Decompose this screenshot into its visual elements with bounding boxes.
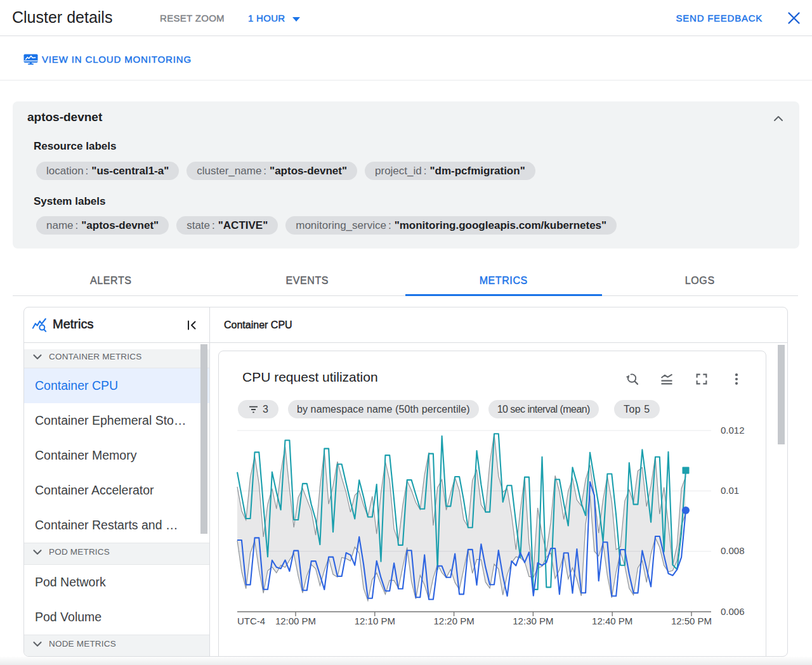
metrics-section-header[interactable]: POD METRICS — [24, 543, 209, 565]
axis-label: UTC-4 — [237, 616, 265, 626]
reset-zoom-button[interactable]: RESET ZOOM — [160, 13, 225, 23]
cluster-details-dialog: Cluster details RESET ZOOM 1 HOUR SEND F… — [0, 0, 812, 665]
metric-item[interactable]: Container Ephemeral Sto… — [24, 403, 209, 438]
view-in-cloud-monitoring-label: VIEW IN CLOUD MONITORING — [42, 54, 192, 65]
metric-item[interactable]: Container Accelerator — [24, 473, 209, 508]
close-icon[interactable] — [787, 11, 801, 25]
metrics-sidebar: Metrics CONTAINER METRICSContainer CPUCo… — [24, 307, 210, 656]
metrics-panels: Metrics CONTAINER METRICSContainer CPUCo… — [23, 307, 788, 657]
filter-count-chip[interactable]: 3 — [238, 400, 278, 418]
system-labels-row: name : "aptos-devnet"state : "ACTIVE"mon… — [36, 216, 617, 235]
chart-toolbar — [625, 372, 743, 386]
metrics-list: CONTAINER METRICSContainer CPUContainer … — [24, 344, 209, 656]
metric-item[interactable]: Pod Network — [24, 565, 209, 600]
tab-alerts[interactable]: ALERTS — [13, 266, 209, 295]
toolbar-row: VIEW IN CLOUD MONITORING — [0, 37, 812, 81]
system-labels-title: System labels — [34, 195, 105, 208]
metrics-section-header[interactable]: NODE METRICS — [24, 635, 209, 656]
query-stats-icon — [32, 318, 48, 333]
blue-end-marker — [682, 507, 690, 514]
chevron-down-icon — [32, 639, 43, 649]
time-range-label: 1 HOUR — [248, 13, 285, 23]
zoom-reset-icon[interactable] — [625, 372, 639, 386]
page-title: Cluster details — [12, 8, 112, 27]
label-chip: name : "aptos-devnet" — [36, 216, 169, 235]
tab-logs[interactable]: LOGS — [602, 266, 799, 295]
dialog-header: Cluster details RESET ZOOM 1 HOUR SEND F… — [0, 0, 812, 36]
filter-count: 3 — [263, 404, 268, 415]
cpu-utilization-chart[interactable]: 0.0120.010.0080.006UTC-412:00 PM12:10 PM… — [219, 420, 767, 638]
teal-end-marker — [683, 467, 690, 474]
chart-filter-chips: 3 by namespace name (50th percentile)10 … — [238, 400, 660, 418]
label-chip: cluster_name : "aptos-devnet" — [187, 162, 357, 180]
view-in-cloud-monitoring-link[interactable]: VIEW IN CLOUD MONITORING — [23, 53, 192, 66]
axis-label: 12:20 PM — [433, 616, 474, 626]
bottom-shadow-strip — [0, 657, 812, 665]
detail-scrollbar[interactable] — [778, 345, 785, 444]
metric-item[interactable]: Container Memory — [24, 438, 209, 473]
metrics-panel-title: Metrics — [53, 317, 93, 332]
axis-label: 12:40 PM — [592, 616, 632, 626]
chevron-down-icon — [292, 17, 300, 22]
label-chip: location : "us-central1-a" — [36, 162, 179, 180]
more-options-icon[interactable] — [730, 372, 743, 386]
chart-chip[interactable]: 10 sec interval (mean) — [488, 400, 599, 418]
chart-title: CPU request utilization — [242, 370, 378, 385]
axis-label: 12:00 PM — [275, 616, 316, 626]
cluster-name: aptos-devnet — [27, 110, 102, 124]
axis-label: 0.008 — [721, 545, 745, 556]
tab-events[interactable]: EVENTS — [209, 266, 406, 295]
send-feedback-button[interactable]: SEND FEEDBACK — [676, 13, 763, 23]
fullscreen-icon[interactable] — [695, 372, 709, 386]
legend-toggle-icon[interactable] — [660, 372, 674, 386]
tab-bar: ALERTSEVENTSMETRICSLOGS — [13, 266, 798, 296]
metric-detail-title: Container CPU — [224, 320, 292, 331]
chevron-down-icon — [32, 547, 43, 557]
chevron-up-icon[interactable] — [771, 112, 785, 126]
metric-detail-header: Container CPU — [210, 307, 787, 343]
resource-labels-title: Resource labels — [34, 140, 116, 153]
metric-item[interactable]: Container Restarts and … — [24, 508, 209, 543]
resource-labels-row: location : "us-central1-a"cluster_name :… — [36, 162, 535, 180]
metrics-section-header[interactable]: CONTAINER METRICS — [24, 349, 209, 368]
label-chip: project_id : "dm-pcfmigration" — [365, 162, 535, 180]
chart-chip[interactable]: Top 5 — [614, 400, 660, 418]
label-chip: monitoring_service : "monitoring.googlea… — [285, 216, 617, 235]
axis-label: 0.006 — [721, 606, 745, 617]
axis-label: 0.01 — [721, 485, 739, 496]
tab-metrics[interactable]: METRICS — [405, 266, 602, 295]
metrics-sidebar-header: Metrics — [24, 307, 209, 343]
collapse-panel-icon[interactable] — [186, 319, 199, 332]
chart-chip[interactable]: by namespace name (50th percentile) — [288, 400, 479, 418]
label-chip: state : "ACTIVE" — [176, 216, 278, 235]
filter-list-icon — [248, 404, 259, 415]
axis-label: 12:10 PM — [355, 616, 395, 626]
metric-detail-panel: Container CPU CPU request utilization — [210, 307, 787, 656]
axis-label: 12:50 PM — [671, 616, 712, 626]
monitoring-chart-icon — [23, 54, 38, 66]
metric-item[interactable]: Container CPU — [24, 368, 209, 403]
time-range-dropdown[interactable]: 1 HOUR — [248, 13, 300, 23]
metric-item[interactable]: Pod Volume — [24, 600, 209, 635]
chevron-down-icon — [32, 352, 43, 362]
axis-label: 12:30 PM — [513, 616, 553, 626]
chart-card: CPU request utilization — [218, 351, 766, 657]
cluster-summary-card: aptos-devnet Resource labels location : … — [13, 101, 799, 249]
axis-label: 0.012 — [721, 425, 745, 436]
sidebar-scrollbar[interactable] — [200, 344, 207, 534]
